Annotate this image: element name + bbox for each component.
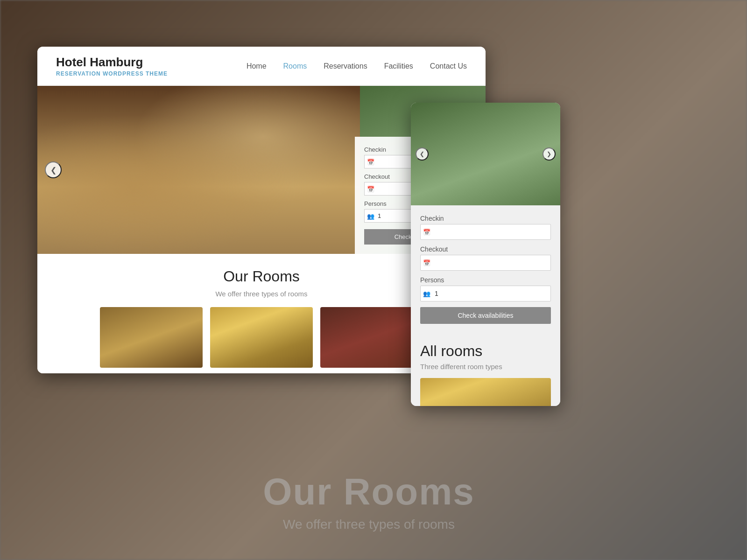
- nav-contact[interactable]: Contact Us: [430, 62, 467, 70]
- mobile-booking-form: Checkin 📅 Checkout 📅 Persons 👥 Check ava…: [411, 205, 560, 333]
- mobile-persons-icon: 👥: [423, 290, 430, 297]
- checkin-calendar-icon: 📅: [367, 158, 374, 165]
- room-card-2[interactable]: [210, 307, 313, 368]
- mobile-checkout-group: Checkout 📅: [420, 245, 551, 271]
- mobile-rooms-title: All rooms: [420, 343, 551, 360]
- site-title: Hotel Hamburg: [56, 55, 168, 70]
- persons-icon: 👥: [367, 212, 374, 219]
- site-logo: Hotel Hamburg Reservation WordPress Them…: [56, 55, 168, 77]
- mobile-persons-wrapper: 👥: [420, 286, 551, 301]
- watermark-title: Our Rooms: [37, 470, 700, 513]
- mobile-checkout-input[interactable]: [420, 255, 551, 271]
- mobile-room-thumbnail[interactable]: [420, 378, 551, 406]
- mobile-hero-image: ❮ ❯: [411, 103, 560, 205]
- mobile-next-button[interactable]: ❯: [543, 147, 556, 161]
- mobile-rooms-subtitle: Three different room types: [420, 363, 551, 371]
- mobile-checkout-icon: 📅: [423, 259, 430, 266]
- hero-prev-button[interactable]: ❮: [45, 161, 62, 178]
- mobile-checkout-wrapper: 📅: [420, 255, 551, 271]
- mobile-check-button[interactable]: Check availabilities: [420, 307, 551, 324]
- nav-facilities[interactable]: Facilities: [384, 62, 413, 70]
- mobile-panel: ❮ ❯ Checkin 📅 Checkout 📅 Persons 👥 Che: [411, 103, 560, 406]
- mobile-persons-input[interactable]: [420, 286, 551, 301]
- mobile-checkin-group: Checkin 📅: [420, 215, 551, 240]
- nav-reservations[interactable]: Reservations: [324, 62, 367, 70]
- rooms-grid: [56, 307, 467, 368]
- main-nav: Home Rooms Reservations Facilities Conta…: [247, 62, 467, 70]
- watermark-subtitle: We offer three types of rooms: [37, 517, 700, 532]
- rooms-subtitle: We offer three types of rooms: [56, 290, 467, 298]
- watermark-area: Our Rooms We offer three types of rooms: [37, 470, 700, 532]
- site-subtitle: Reservation WordPress Theme: [56, 70, 168, 77]
- hero-main-image: [37, 86, 360, 254]
- room-card-3[interactable]: [320, 307, 423, 368]
- mobile-checkin-input[interactable]: [420, 224, 551, 240]
- mobile-checkout-label: Checkout: [420, 245, 551, 253]
- mobile-rooms-section: All rooms Three different room types: [411, 333, 560, 406]
- checkout-calendar-icon: 📅: [367, 185, 374, 192]
- room-interior: [37, 86, 360, 254]
- mobile-prev-button[interactable]: ❮: [416, 147, 429, 161]
- mobile-persons-label: Persons: [420, 276, 551, 284]
- nav-home[interactable]: Home: [247, 62, 267, 70]
- mobile-checkin-icon: 📅: [423, 229, 430, 236]
- rooms-title: Our Rooms: [56, 268, 467, 285]
- nav-rooms[interactable]: Rooms: [283, 62, 307, 70]
- mobile-persons-group: Persons 👥: [420, 276, 551, 301]
- mobile-checkin-wrapper: 📅: [420, 224, 551, 240]
- site-header: Hotel Hamburg Reservation WordPress Them…: [37, 47, 486, 86]
- mobile-checkin-label: Checkin: [420, 215, 551, 222]
- room-card-1[interactable]: [100, 307, 203, 368]
